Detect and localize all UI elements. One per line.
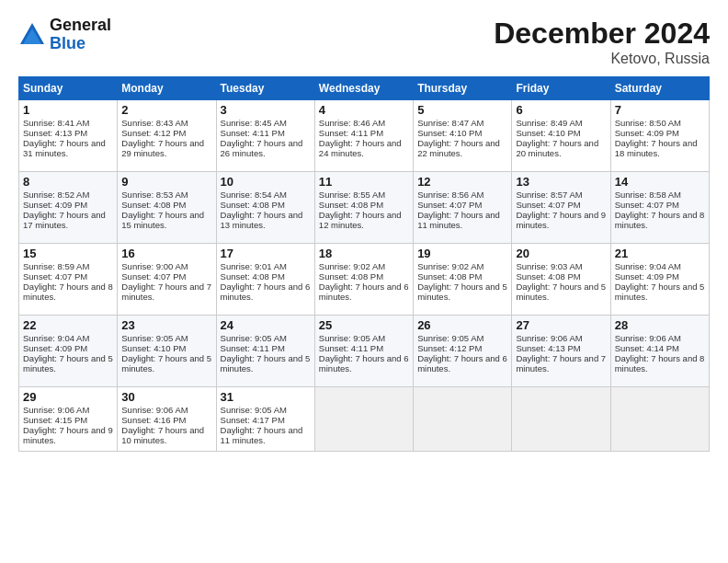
calendar-cell: 26Sunrise: 9:05 AMSunset: 4:12 PMDayligh… bbox=[414, 316, 512, 387]
day-number: 9 bbox=[121, 175, 211, 189]
sunrise-text: Sunrise: 8:50 AM bbox=[615, 118, 705, 128]
sunset-text: Sunset: 4:15 PM bbox=[23, 415, 113, 425]
day-number: 10 bbox=[221, 175, 311, 189]
sunset-text: Sunset: 4:17 PM bbox=[221, 415, 311, 425]
sunset-text: Sunset: 4:11 PM bbox=[221, 343, 311, 353]
calendar-cell: 13Sunrise: 8:57 AMSunset: 4:07 PMDayligh… bbox=[512, 172, 610, 244]
sunset-text: Sunset: 4:13 PM bbox=[23, 128, 113, 138]
sunset-text: Sunset: 4:12 PM bbox=[417, 343, 507, 353]
day-number: 12 bbox=[417, 175, 507, 189]
sunrise-text: Sunrise: 9:04 AM bbox=[23, 333, 113, 343]
sunset-text: Sunset: 4:10 PM bbox=[516, 128, 606, 138]
sunset-text: Sunset: 4:08 PM bbox=[516, 271, 606, 282]
sunset-text: Sunset: 4:07 PM bbox=[417, 200, 507, 210]
daylight-text: Daylight: 7 hours and 5 minutes. bbox=[121, 353, 211, 373]
calendar-cell: 12Sunrise: 8:56 AMSunset: 4:07 PMDayligh… bbox=[414, 172, 512, 244]
daylight-text: Daylight: 7 hours and 8 minutes. bbox=[615, 353, 705, 373]
day-number: 8 bbox=[23, 175, 113, 189]
sunset-text: Sunset: 4:07 PM bbox=[516, 200, 606, 210]
sunrise-text: Sunrise: 8:49 AM bbox=[516, 118, 606, 128]
calendar-week-row: 15Sunrise: 8:59 AMSunset: 4:07 PMDayligh… bbox=[19, 244, 710, 316]
sunset-text: Sunset: 4:10 PM bbox=[417, 128, 507, 138]
daylight-text: Daylight: 7 hours and 17 minutes. bbox=[23, 210, 113, 230]
sunrise-text: Sunrise: 8:54 AM bbox=[221, 190, 311, 200]
page-header: General Blue December 2024 Ketovo, Russi… bbox=[18, 17, 710, 67]
sunset-text: Sunset: 4:07 PM bbox=[23, 271, 113, 282]
sunset-text: Sunset: 4:12 PM bbox=[121, 128, 211, 138]
calendar-cell: 25Sunrise: 9:05 AMSunset: 4:11 PMDayligh… bbox=[314, 316, 413, 387]
sunset-text: Sunset: 4:08 PM bbox=[121, 200, 211, 210]
calendar-cell: 14Sunrise: 8:58 AMSunset: 4:07 PMDayligh… bbox=[610, 172, 709, 244]
sunset-text: Sunset: 4:11 PM bbox=[221, 128, 311, 138]
calendar-cell: 6Sunrise: 8:49 AMSunset: 4:10 PMDaylight… bbox=[512, 100, 610, 172]
weekday-header: Saturday bbox=[610, 77, 709, 100]
calendar-cell: 21Sunrise: 9:04 AMSunset: 4:09 PMDayligh… bbox=[610, 244, 709, 316]
sunrise-text: Sunrise: 8:47 AM bbox=[417, 118, 507, 128]
weekday-header: Friday bbox=[512, 77, 610, 100]
calendar-table: SundayMondayTuesdayWednesdayThursdayFrid… bbox=[18, 76, 710, 452]
calendar-cell bbox=[314, 387, 413, 452]
calendar-cell: 1Sunrise: 8:41 AMSunset: 4:13 PMDaylight… bbox=[19, 100, 118, 172]
day-number: 4 bbox=[319, 103, 409, 117]
calendar-cell: 2Sunrise: 8:43 AMSunset: 4:12 PMDaylight… bbox=[118, 100, 216, 172]
calendar-cell: 10Sunrise: 8:54 AMSunset: 4:08 PMDayligh… bbox=[216, 172, 314, 244]
day-number: 11 bbox=[319, 175, 409, 189]
day-number: 22 bbox=[23, 318, 113, 332]
calendar-cell bbox=[414, 387, 512, 452]
daylight-text: Daylight: 7 hours and 11 minutes. bbox=[221, 425, 311, 445]
daylight-text: Daylight: 7 hours and 5 minutes. bbox=[23, 353, 113, 373]
calendar-cell: 15Sunrise: 8:59 AMSunset: 4:07 PMDayligh… bbox=[19, 244, 118, 316]
daylight-text: Daylight: 7 hours and 24 minutes. bbox=[319, 138, 409, 158]
calendar-cell: 19Sunrise: 9:02 AMSunset: 4:08 PMDayligh… bbox=[414, 244, 512, 316]
sunset-text: Sunset: 4:09 PM bbox=[615, 271, 705, 282]
daylight-text: Daylight: 7 hours and 9 minutes. bbox=[23, 425, 113, 445]
daylight-text: Daylight: 7 hours and 7 minutes. bbox=[121, 282, 211, 302]
calendar-week-row: 1Sunrise: 8:41 AMSunset: 4:13 PMDaylight… bbox=[19, 100, 710, 172]
daylight-text: Daylight: 7 hours and 6 minutes. bbox=[221, 282, 311, 302]
sunset-text: Sunset: 4:08 PM bbox=[221, 271, 311, 282]
daylight-text: Daylight: 7 hours and 9 minutes. bbox=[516, 210, 606, 230]
day-number: 27 bbox=[516, 318, 606, 332]
calendar-cell bbox=[610, 387, 709, 452]
sunrise-text: Sunrise: 8:56 AM bbox=[417, 190, 507, 200]
sunrise-text: Sunrise: 8:55 AM bbox=[319, 190, 409, 200]
calendar-cell: 28Sunrise: 9:06 AMSunset: 4:14 PMDayligh… bbox=[610, 316, 709, 387]
daylight-text: Daylight: 7 hours and 6 minutes. bbox=[319, 282, 409, 302]
day-number: 14 bbox=[615, 175, 705, 189]
sunrise-text: Sunrise: 9:02 AM bbox=[417, 261, 507, 271]
sunrise-text: Sunrise: 9:06 AM bbox=[516, 333, 606, 343]
calendar-cell: 24Sunrise: 9:05 AMSunset: 4:11 PMDayligh… bbox=[216, 316, 314, 387]
weekday-header: Thursday bbox=[414, 77, 512, 100]
day-number: 16 bbox=[121, 247, 211, 260]
sunset-text: Sunset: 4:09 PM bbox=[23, 343, 113, 353]
day-number: 13 bbox=[516, 175, 606, 189]
calendar-cell: 27Sunrise: 9:06 AMSunset: 4:13 PMDayligh… bbox=[512, 316, 610, 387]
calendar-cell: 8Sunrise: 8:52 AMSunset: 4:09 PMDaylight… bbox=[19, 172, 118, 244]
weekday-header: Sunday bbox=[19, 77, 118, 100]
sunrise-text: Sunrise: 8:41 AM bbox=[23, 118, 113, 128]
sunrise-text: Sunrise: 8:43 AM bbox=[121, 118, 211, 128]
calendar-cell: 31Sunrise: 9:05 AMSunset: 4:17 PMDayligh… bbox=[216, 387, 314, 452]
day-number: 30 bbox=[121, 390, 211, 404]
sunrise-text: Sunrise: 9:05 AM bbox=[221, 405, 311, 415]
daylight-text: Daylight: 7 hours and 26 minutes. bbox=[221, 138, 311, 158]
daylight-text: Daylight: 7 hours and 5 minutes. bbox=[615, 282, 705, 302]
sunrise-text: Sunrise: 9:05 AM bbox=[417, 333, 507, 343]
daylight-text: Daylight: 7 hours and 6 minutes. bbox=[417, 353, 507, 373]
calendar-cell: 11Sunrise: 8:55 AMSunset: 4:08 PMDayligh… bbox=[314, 172, 413, 244]
sunrise-text: Sunrise: 9:05 AM bbox=[121, 333, 211, 343]
day-number: 2 bbox=[121, 103, 211, 117]
daylight-text: Daylight: 7 hours and 10 minutes. bbox=[121, 425, 211, 445]
calendar-cell: 29Sunrise: 9:06 AMSunset: 4:15 PMDayligh… bbox=[19, 387, 118, 452]
day-number: 29 bbox=[23, 390, 113, 404]
calendar-cell: 7Sunrise: 8:50 AMSunset: 4:09 PMDaylight… bbox=[610, 100, 709, 172]
sunset-text: Sunset: 4:08 PM bbox=[221, 200, 311, 210]
daylight-text: Daylight: 7 hours and 8 minutes. bbox=[615, 210, 705, 230]
day-number: 26 bbox=[417, 318, 507, 332]
sunrise-text: Sunrise: 9:05 AM bbox=[319, 333, 409, 343]
sunset-text: Sunset: 4:08 PM bbox=[319, 271, 409, 282]
daylight-text: Daylight: 7 hours and 5 minutes. bbox=[417, 282, 507, 302]
sunset-text: Sunset: 4:08 PM bbox=[417, 271, 507, 282]
day-number: 20 bbox=[516, 247, 606, 260]
calendar-cell: 20Sunrise: 9:03 AMSunset: 4:08 PMDayligh… bbox=[512, 244, 610, 316]
